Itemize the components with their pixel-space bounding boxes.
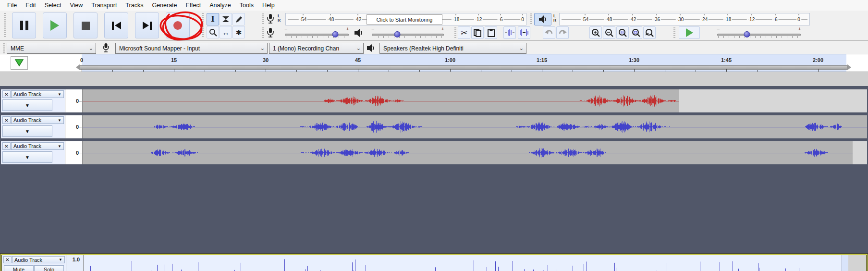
track-3-waveform-area[interactable] bbox=[83, 141, 867, 164]
track-1-title-menu[interactable]: Audio Track▼ bbox=[11, 90, 64, 98]
zoom-toggle-button[interactable] bbox=[643, 26, 656, 39]
silence-audio-button[interactable] bbox=[518, 26, 530, 39]
cut-button[interactable]: ✂ bbox=[458, 26, 470, 39]
zoom-tool-button[interactable] bbox=[207, 26, 219, 38]
skip-to-end-button[interactable] bbox=[135, 12, 159, 38]
multi-tool-button[interactable]: ✱ bbox=[232, 26, 245, 38]
menu-item-view[interactable]: View bbox=[65, 1, 87, 10]
zoom-out-button[interactable] bbox=[603, 26, 615, 39]
undo-button[interactable] bbox=[543, 26, 555, 39]
redo-button[interactable] bbox=[556, 26, 569, 39]
track-2-expand-button[interactable]: ▼ bbox=[2, 125, 52, 137]
menu-item-help[interactable]: Help bbox=[258, 1, 279, 10]
track-1-vertical-ruler[interactable]: 0 bbox=[65, 89, 83, 112]
zoom-in-button[interactable] bbox=[589, 26, 602, 39]
menu-item-file[interactable]: File bbox=[3, 1, 21, 10]
tools-toolbar-grip[interactable] bbox=[202, 13, 204, 38]
transport-toolbar-grip[interactable] bbox=[4, 13, 6, 38]
expand-arrow-icon: ▼ bbox=[25, 103, 30, 108]
timeline-tick bbox=[634, 69, 635, 72]
selection-tool-button[interactable]: I bbox=[207, 13, 219, 25]
track-2-waveform-area[interactable] bbox=[83, 115, 867, 138]
recording-channels-select[interactable]: 1 (Mono) Recording Chan⌄ bbox=[269, 43, 364, 54]
track-4-solo-button[interactable]: Solo bbox=[34, 265, 64, 271]
device-toolbar-grip[interactable] bbox=[3, 43, 5, 53]
track-1-waveform[interactable] bbox=[83, 89, 867, 112]
menu-item-transport[interactable]: Transport bbox=[87, 1, 121, 10]
audio-track-1[interactable]: ✕ Audio Track▼ ▼ 0 bbox=[1, 89, 867, 112]
scrub-bar[interactable] bbox=[80, 65, 847, 70]
track-3-waveform[interactable] bbox=[83, 141, 867, 164]
playback-meter[interactable]: -54-48-42-36-30-24-18-12-60 bbox=[559, 13, 810, 25]
playback-meter-grip[interactable] bbox=[530, 13, 532, 24]
timeline-tick bbox=[358, 69, 358, 72]
play-at-speed-grip[interactable] bbox=[673, 27, 675, 38]
track-3-expand-button[interactable]: ▼ bbox=[2, 151, 52, 163]
audio-host-select[interactable]: MME⌄ bbox=[7, 43, 96, 54]
edit-toolbar-grip[interactable] bbox=[454, 27, 456, 38]
play-speed-thumb[interactable] bbox=[744, 31, 750, 37]
track-4-close-button[interactable]: ✕ bbox=[3, 256, 12, 263]
track-1-expand-button[interactable]: ▼ bbox=[2, 99, 52, 111]
skip-to-start-button[interactable] bbox=[104, 12, 128, 38]
timeline-tick bbox=[603, 70, 604, 72]
audio-track-4[interactable]: ✕ Audio Track▼ Mute Solo −+ LR Mono, 441 bbox=[1, 255, 867, 271]
menu-item-edit[interactable]: Edit bbox=[21, 1, 40, 10]
track-4-waveform-area[interactable] bbox=[84, 255, 866, 271]
recording-device-select[interactable]: Microsoft Sound Mapper - Input⌄ bbox=[115, 43, 268, 54]
draw-tool-button[interactable] bbox=[232, 13, 245, 25]
play-speed-slider[interactable]: −+ bbox=[717, 27, 801, 38]
playback-device-select[interactable]: Speakers (Realtek High Definiti⌄ bbox=[379, 43, 526, 54]
menu-item-select[interactable]: Select bbox=[40, 1, 66, 10]
pause-button[interactable] bbox=[12, 12, 36, 38]
fit-selection-icon bbox=[618, 28, 627, 37]
playback-volume-slider[interactable]: −+ bbox=[371, 27, 444, 38]
track-3-close-button[interactable]: ✕ bbox=[2, 142, 11, 150]
track-4-vertical-ruler[interactable]: 1.0 0.5 0.0 -0.5 -1.0 bbox=[66, 255, 84, 271]
track-4-waveform[interactable] bbox=[84, 255, 866, 271]
meter-tick bbox=[633, 14, 633, 15]
menu-item-analyze[interactable]: Analyze bbox=[205, 1, 235, 10]
silence-audio-icon bbox=[519, 29, 529, 37]
track-2-waveform[interactable] bbox=[83, 115, 867, 138]
close-icon: ✕ bbox=[4, 92, 8, 97]
stop-button[interactable] bbox=[73, 12, 98, 38]
track-4-title-menu[interactable]: Audio Track▼ bbox=[12, 256, 65, 263]
envelope-tool-button[interactable] bbox=[220, 13, 232, 25]
recording-meter-grip[interactable] bbox=[262, 13, 264, 24]
trim-audio-button[interactable] bbox=[503, 26, 516, 39]
menu-item-effect[interactable]: Effect bbox=[182, 1, 206, 10]
fit-project-button[interactable] bbox=[630, 26, 642, 39]
track-1-close-button[interactable]: ✕ bbox=[2, 90, 11, 98]
timeline-ruler[interactable]: 01530451:001:151:301:452:00 bbox=[0, 54, 868, 72]
recording-volume-thumb[interactable] bbox=[332, 31, 339, 37]
playback-meter-speaker-button[interactable] bbox=[534, 13, 551, 25]
track-4-mute-button[interactable]: Mute bbox=[4, 265, 34, 271]
track-3-vertical-ruler[interactable]: 0 bbox=[65, 141, 83, 164]
fit-selection-button[interactable] bbox=[616, 26, 629, 39]
playback-volume-thumb[interactable] bbox=[394, 31, 401, 37]
menu-item-generate[interactable]: Generate bbox=[147, 1, 181, 10]
monitoring-tooltip[interactable]: Click to Start Monitoring bbox=[367, 14, 442, 25]
menu-item-tools[interactable]: Tools bbox=[235, 1, 258, 10]
menu-item-tracks[interactable]: Tracks bbox=[121, 1, 147, 10]
selection-start-arrow-icon[interactable] bbox=[76, 64, 80, 70]
paste-button[interactable] bbox=[485, 26, 497, 39]
track-3-title-menu[interactable]: Audio Track▼ bbox=[11, 142, 64, 150]
track-2-vertical-ruler[interactable]: 0 bbox=[65, 115, 83, 138]
recording-volume-slider[interactable]: −+ bbox=[284, 27, 349, 38]
record-button[interactable] bbox=[166, 12, 190, 38]
track-2-title-menu[interactable]: Audio Track▼ bbox=[11, 116, 64, 124]
mixer-toolbar-grip[interactable] bbox=[262, 27, 264, 38]
timeline-options-button[interactable] bbox=[11, 56, 28, 70]
audio-track-2[interactable]: ✕ Audio Track▼ ▼ 0 bbox=[1, 115, 867, 138]
timeshift-tool-button[interactable]: ↔ bbox=[220, 26, 232, 38]
record-meter-mic-icon[interactable] bbox=[266, 13, 275, 25]
play-at-speed-button[interactable] bbox=[679, 26, 700, 39]
play-button[interactable] bbox=[43, 12, 67, 38]
track-2-close-button[interactable]: ✕ bbox=[2, 116, 11, 124]
track-1-waveform-area[interactable] bbox=[83, 89, 867, 112]
selection-end-arrow-icon[interactable] bbox=[847, 64, 851, 70]
copy-button[interactable] bbox=[471, 26, 484, 39]
audio-track-3[interactable]: ✕ Audio Track▼ ▼ 0 bbox=[1, 141, 867, 164]
